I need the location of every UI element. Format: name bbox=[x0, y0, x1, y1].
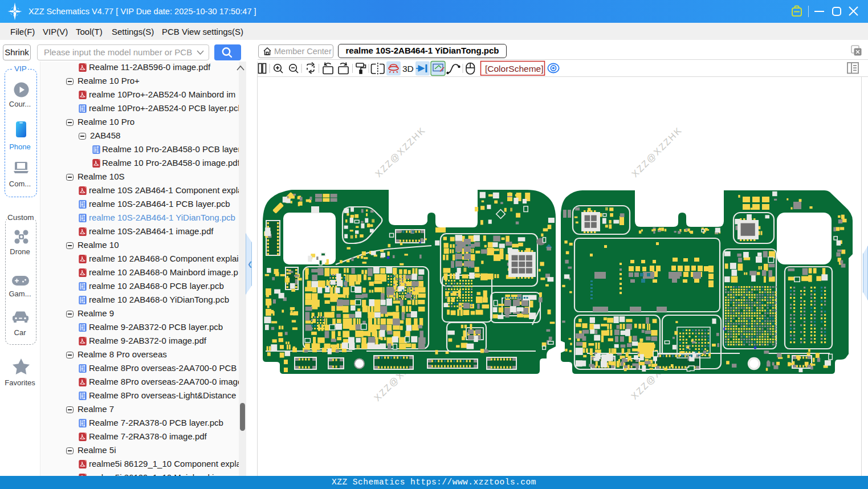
svg-text:[ColorScheme]: [ColorScheme] bbox=[485, 64, 544, 74]
svg-text:3D: 3D bbox=[402, 64, 414, 74]
svg-text:XZZ@XZZHK: XZZ@XZZHK bbox=[630, 125, 684, 179]
svg-text:XZZ@XZZHK: XZZ@XZZHK bbox=[373, 125, 427, 179]
